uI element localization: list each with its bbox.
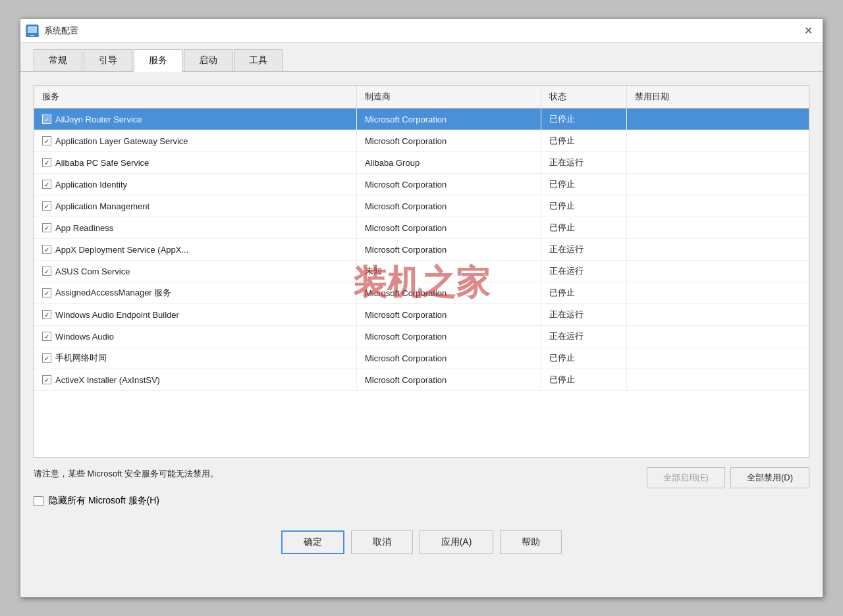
service-checkbox[interactable]	[42, 136, 51, 145]
status-value: 已停止	[549, 287, 575, 299]
status-cell: 已停止	[541, 174, 627, 195]
service-name: Alibaba PC Safe Service	[55, 158, 149, 168]
table-row[interactable]: AllJoyn Router Service Microsoft Corpora…	[34, 109, 809, 130]
manufacturer-name: Microsoft Corporation	[365, 115, 447, 124]
cancel-button[interactable]: 取消	[351, 530, 413, 554]
manufacturer-name: Microsoft Corporation	[365, 332, 447, 342]
svg-rect-3	[30, 35, 34, 36]
disabled-date-cell	[627, 304, 809, 325]
table-header: 服务 制造商 状态 禁用日期	[34, 86, 809, 109]
status-value: 已停止	[549, 135, 575, 147]
service-name: Application Layer Gateway Service	[55, 136, 188, 146]
service-checkbox[interactable]	[42, 353, 51, 363]
manufacturer-cell: Microsoft Corporation	[357, 347, 541, 369]
tab-boot[interactable]: 引导	[84, 49, 132, 71]
disable-all-button[interactable]: 全部禁用(D)	[730, 467, 809, 488]
table-row[interactable]: ASUS Com Service 未知 正在运行	[34, 261, 809, 282]
help-button[interactable]: 帮助	[500, 530, 562, 554]
manufacturer-cell: Microsoft Corporation	[357, 326, 541, 347]
tab-general[interactable]: 常规	[34, 49, 82, 71]
tab-startup[interactable]: 启动	[184, 49, 232, 71]
status-value: 已停止	[549, 374, 575, 386]
table-row[interactable]: ActiveX Installer (AxInstSV) Microsoft C…	[34, 369, 809, 391]
disabled-date-cell	[627, 239, 809, 260]
status-cell: 已停止	[541, 109, 627, 130]
header-status: 状态	[541, 86, 627, 108]
table-row[interactable]: Application Management Microsoft Corpora…	[34, 195, 809, 217]
manufacturer-cell: Microsoft Corporation	[357, 195, 541, 217]
service-checkbox[interactable]	[42, 288, 51, 297]
hide-ms-label: 隐藏所有 Microsoft 服务(H)	[49, 495, 159, 507]
ok-button[interactable]: 确定	[281, 530, 344, 554]
service-name: Windows Audio Endpoint Builder	[55, 310, 179, 320]
service-checkbox[interactable]	[42, 245, 51, 254]
table-row[interactable]: Alibaba PC Safe Service Alibaba Group 正在…	[34, 152, 809, 174]
service-name: 手机网络时间	[55, 352, 107, 364]
table-scroll-area[interactable]: AllJoyn Router Service Microsoft Corpora…	[34, 109, 809, 457]
service-checkbox[interactable]	[42, 223, 51, 232]
service-checkbox[interactable]	[42, 267, 51, 276]
table-row[interactable]: App Readiness Microsoft Corporation 已停止	[34, 217, 809, 239]
manufacturer-cell: Microsoft Corporation	[357, 130, 541, 151]
service-checkbox[interactable]	[42, 180, 51, 189]
service-name: ActiveX Installer (AxInstSV)	[55, 375, 160, 385]
manufacturer-name: Microsoft Corporation	[365, 375, 447, 385]
manufacturer-cell: Microsoft Corporation	[357, 304, 541, 325]
tab-tools[interactable]: 工具	[234, 49, 283, 71]
app-icon	[26, 24, 39, 38]
manufacturer-name: Microsoft Corporation	[365, 353, 447, 363]
status-cell: 已停止	[541, 347, 627, 369]
disabled-date-cell	[627, 152, 809, 173]
hide-ms-row: 隐藏所有 Microsoft 服务(H)	[34, 495, 809, 507]
table-row[interactable]: AssignedAccessManager 服务 Microsoft Corpo…	[34, 282, 809, 304]
hide-ms-checkbox[interactable]	[34, 496, 43, 506]
disabled-date-cell	[627, 326, 809, 347]
status-value: 正在运行	[549, 157, 584, 168]
service-name: ASUS Com Service	[55, 267, 130, 276]
content-area: 服务 制造商 状态 禁用日期 AllJoyn Router Service Mi…	[20, 72, 823, 520]
svg-rect-1	[28, 26, 37, 33]
table-row[interactable]: Application Identity Microsoft Corporati…	[34, 174, 809, 195]
status-cell: 已停止	[541, 217, 627, 238]
enable-all-button[interactable]: 全部启用(E)	[647, 467, 725, 488]
manufacturer-name: Microsoft Corporation	[365, 180, 447, 190]
service-checkbox[interactable]	[42, 115, 51, 124]
title-bar-left: 系统配置	[26, 24, 78, 38]
table-row[interactable]: Application Layer Gateway Service Micros…	[34, 130, 809, 152]
tab-services[interactable]: 服务	[134, 49, 182, 72]
table-row[interactable]: Windows Audio Microsoft Corporation 正在运行	[34, 326, 809, 347]
service-checkbox[interactable]	[42, 375, 51, 384]
header-service: 服务	[34, 86, 357, 108]
disabled-date-cell	[627, 347, 809, 369]
window-title: 系统配置	[44, 25, 78, 37]
table-row[interactable]: Windows Audio Endpoint Builder Microsoft…	[34, 304, 809, 326]
table-row[interactable]: AppX Deployment Service (AppX... Microso…	[34, 239, 809, 261]
manufacturer-cell: Microsoft Corporation	[357, 239, 541, 260]
service-checkbox[interactable]	[42, 332, 51, 341]
service-checkbox[interactable]	[42, 158, 51, 167]
disabled-date-cell	[627, 195, 809, 217]
service-checkbox[interactable]	[42, 310, 51, 319]
table-row[interactable]: 手机网络时间 Microsoft Corporation 已停止	[34, 347, 809, 369]
manufacturer-name: Microsoft Corporation	[365, 136, 447, 146]
service-cell: AllJoyn Router Service	[34, 109, 357, 130]
service-cell: ActiveX Installer (AxInstSV)	[34, 369, 357, 390]
disabled-date-cell	[627, 109, 809, 130]
manufacturer-cell: Microsoft Corporation	[357, 217, 541, 238]
service-name: Application Management	[55, 201, 150, 211]
manufacturer-name: Microsoft Corporation	[365, 245, 447, 255]
service-cell: Alibaba PC Safe Service	[34, 152, 357, 173]
title-bar: 系统配置 ✕	[20, 19, 823, 43]
manufacturer-name: Microsoft Corporation	[365, 288, 447, 298]
status-cell: 已停止	[541, 195, 627, 217]
manufacturer-cell: Microsoft Corporation	[357, 174, 541, 195]
manufacturer-name: Microsoft Corporation	[365, 201, 447, 211]
service-cell: ASUS Com Service	[34, 261, 357, 282]
service-checkbox[interactable]	[42, 201, 51, 211]
apply-button[interactable]: 应用(A)	[420, 530, 494, 554]
close-button[interactable]: ✕	[799, 22, 817, 40]
service-cell: Application Layer Gateway Service	[34, 130, 357, 151]
disabled-date-cell	[627, 369, 809, 390]
status-value: 正在运行	[549, 265, 584, 277]
service-name: AssignedAccessManager 服务	[55, 287, 171, 299]
